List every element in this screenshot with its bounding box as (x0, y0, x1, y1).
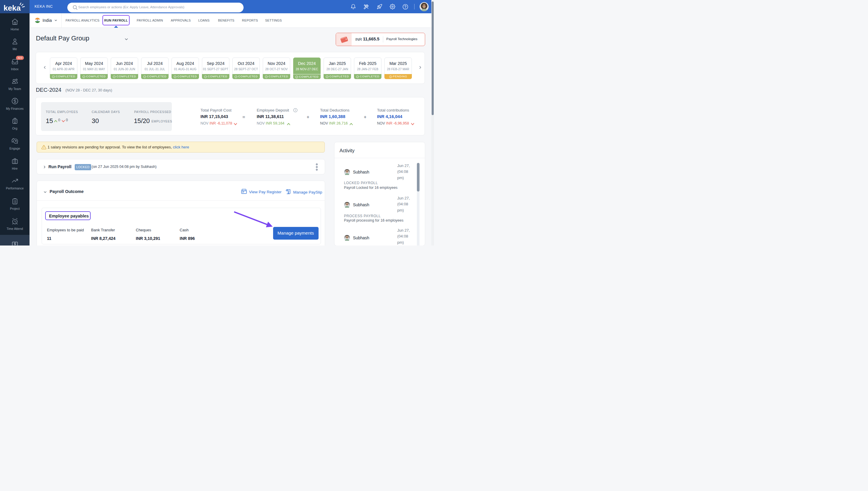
svg-text:keka: keka (4, 3, 21, 11)
